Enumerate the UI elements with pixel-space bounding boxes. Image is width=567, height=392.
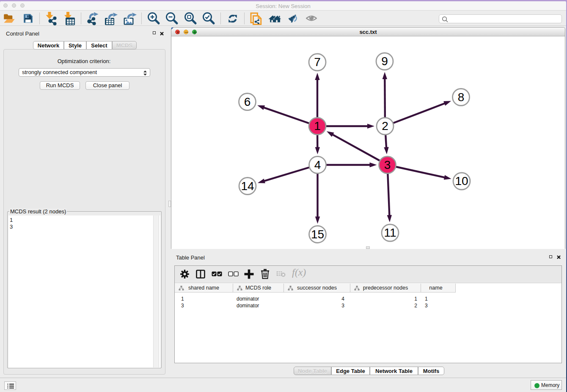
svg-text:10: 10: [455, 174, 468, 188]
svg-text:11: 11: [384, 226, 396, 239]
svg-text:14: 14: [241, 179, 254, 193]
svg-text:7: 7: [314, 55, 321, 69]
svg-text:9: 9: [381, 55, 388, 68]
svg-text:3: 3: [384, 158, 391, 171]
svg-text:2: 2: [382, 119, 388, 133]
svg-text:8: 8: [458, 91, 465, 104]
svg-text:1: 1: [314, 119, 321, 133]
svg-text:4: 4: [314, 158, 321, 171]
svg-text:6: 6: [244, 95, 251, 108]
svg-text:15: 15: [311, 228, 324, 241]
